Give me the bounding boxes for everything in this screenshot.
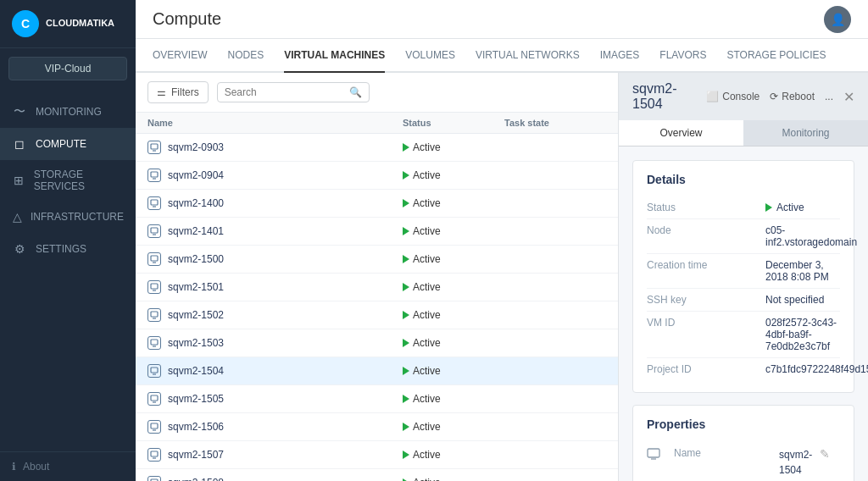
table-row[interactable]: sqvm2-0903 Active: [136, 134, 618, 162]
table-row[interactable]: sqvm2-1507 Active: [136, 441, 618, 469]
table-row[interactable]: sqvm2-1504 Active: [136, 357, 618, 385]
table-row[interactable]: sqvm2-1503 Active: [136, 329, 618, 357]
detail-label: VM ID: [647, 317, 765, 329]
vm-status: Active: [403, 225, 504, 237]
table-row[interactable]: sqvm2-1500 Active: [136, 246, 618, 274]
sidebar-item-infrastructure[interactable]: △INFRASTRUCTURE: [0, 201, 136, 233]
svg-rect-26: [648, 449, 659, 457]
vm-name: sqvm2-0903: [147, 141, 403, 154]
vip-cloud-button[interactable]: VIP-Cloud: [8, 57, 127, 80]
tab-virtual-machines[interactable]: VIRTUAL MACHINES: [284, 39, 385, 73]
logo-text: CLOUDMATIKA: [46, 18, 114, 29]
tab-images[interactable]: IMAGES: [600, 39, 640, 73]
vm-toolbar: ⚌ Filters 🔍: [136, 73, 618, 113]
about-icon: ℹ: [12, 461, 16, 473]
sidebar-item-monitoring[interactable]: 〜MONITORING: [0, 96, 136, 128]
prop-value: sqvm2-1504: [779, 447, 816, 478]
vm-status: Active: [403, 141, 504, 153]
vm-name: sqvm2-1506: [147, 420, 403, 434]
detail-panel: sqvm2-1504 ⬜ Console ⟳ Reboot ... ✕: [619, 73, 868, 481]
vm-name: sqvm2-1500: [147, 252, 403, 266]
tab-volumes[interactable]: VOLUMES: [405, 39, 455, 73]
active-icon: [403, 367, 409, 375]
vm-table: sqvm2-0903 Active sqvm2-0904 Active sqvm…: [136, 134, 618, 481]
active-icon: [403, 283, 409, 291]
vm-name: sqvm2-1502: [147, 308, 403, 322]
content-area: ⚌ Filters 🔍 Name Status Task state sqvm: [136, 73, 868, 481]
sidebar: C CLOUDMATIKA VIP-Cloud 〜MONITORING◻COMP…: [0, 0, 136, 481]
sidebar-item-label: MONITORING: [36, 106, 102, 118]
vm-name: sqvm2-1401: [147, 224, 403, 238]
table-row[interactable]: sqvm2-1502 Active: [136, 301, 618, 329]
tab-flavors[interactable]: FLAVORS: [659, 39, 706, 73]
user-avatar[interactable]: 👤: [824, 6, 851, 33]
tab-nodes[interactable]: NODES: [227, 39, 264, 73]
tab-storage-policies[interactable]: STORAGE POLICIES: [726, 39, 826, 73]
table-row[interactable]: sqvm2-1501 Active: [136, 274, 618, 301]
console-button[interactable]: ⬜ Console: [706, 91, 760, 102]
vm-name: sqvm2-1505: [147, 392, 403, 406]
compute-icon: ◻: [12, 136, 27, 152]
vm-icon: [147, 169, 161, 182]
svg-rect-6: [151, 228, 158, 233]
tab-overview[interactable]: OVERVIEW: [153, 39, 207, 73]
about-link[interactable]: ℹ About: [0, 451, 136, 481]
col-name: Name: [147, 118, 403, 128]
sidebar-nav: 〜MONITORING◻COMPUTE⊞STORAGE SERVICES△INF…: [0, 89, 136, 451]
sidebar-item-settings[interactable]: ⚙SETTINGS: [0, 233, 136, 265]
logo-icon: C: [12, 10, 39, 37]
detail-label: Project ID: [647, 363, 765, 375]
details-section-title: Details: [647, 173, 840, 186]
detail-tab-monitoring[interactable]: Monitoring: [743, 120, 868, 146]
table-row[interactable]: sqvm2-0904 Active: [136, 162, 618, 190]
detail-label: Creation time: [647, 259, 765, 271]
vm-icon: [147, 224, 161, 238]
active-icon: [403, 311, 409, 319]
table-row[interactable]: sqvm2-1508 Active: [136, 469, 618, 481]
svg-rect-18: [151, 395, 158, 401]
sidebar-item-storage[interactable]: ⊞STORAGE SERVICES: [0, 160, 136, 201]
detail-actions: ⬜ Console ⟳ Reboot ... ✕: [706, 89, 854, 105]
main-content: Compute 👤 OVERVIEWNODESVIRTUAL MACHINESV…: [136, 0, 868, 481]
reboot-button[interactable]: ⟳ Reboot: [770, 91, 815, 102]
svg-rect-14: [151, 340, 158, 345]
more-button[interactable]: ...: [825, 91, 833, 102]
table-row[interactable]: sqvm2-1505 Active: [136, 385, 618, 413]
prop-edit-button[interactable]: ✎: [820, 447, 840, 461]
storage-icon: ⊞: [12, 173, 25, 188]
detail-title: sqvm2-1504: [632, 81, 706, 112]
reboot-label: Reboot: [782, 91, 815, 102]
topbar: Compute 👤: [136, 0, 868, 39]
prop-icon-vm: [647, 447, 662, 462]
table-row[interactable]: sqvm2-1400 Active: [136, 190, 618, 218]
vm-status: Active: [403, 337, 504, 349]
detail-body: Details Status Active Node c05-inf2.vsto…: [619, 147, 868, 481]
infrastructure-icon: △: [12, 209, 22, 224]
svg-rect-22: [151, 451, 158, 456]
filter-button[interactable]: ⚌ Filters: [147, 81, 209, 103]
sidebar-item-compute[interactable]: ◻COMPUTE: [0, 128, 136, 160]
detail-label: Status: [647, 202, 765, 213]
detail-tab-overview[interactable]: Overview: [619, 120, 743, 146]
vm-icon: [147, 252, 161, 266]
svg-rect-0: [151, 144, 158, 149]
vm-icon: [147, 308, 161, 322]
active-icon: [403, 423, 409, 431]
table-row[interactable]: sqvm2-1506 Active: [136, 413, 618, 441]
vm-name: sqvm2-0904: [147, 169, 403, 182]
vm-status: Active: [403, 449, 504, 461]
table-row[interactable]: sqvm2-1401 Active: [136, 218, 618, 246]
detail-label: Node: [647, 224, 765, 236]
monitoring-icon: 〜: [12, 104, 27, 119]
active-icon: [403, 339, 409, 347]
svg-rect-20: [151, 423, 158, 428]
active-icon: [403, 199, 409, 207]
tab-virtual-networks[interactable]: VIRTUAL NETWORKS: [476, 39, 580, 73]
search-input[interactable]: [225, 86, 344, 98]
vm-status: Active: [403, 281, 504, 293]
more-label: ...: [825, 91, 833, 102]
close-button[interactable]: ✕: [843, 89, 854, 105]
vm-icon: [147, 336, 161, 350]
console-icon: ⬜: [706, 91, 719, 102]
console-label: Console: [722, 91, 760, 102]
